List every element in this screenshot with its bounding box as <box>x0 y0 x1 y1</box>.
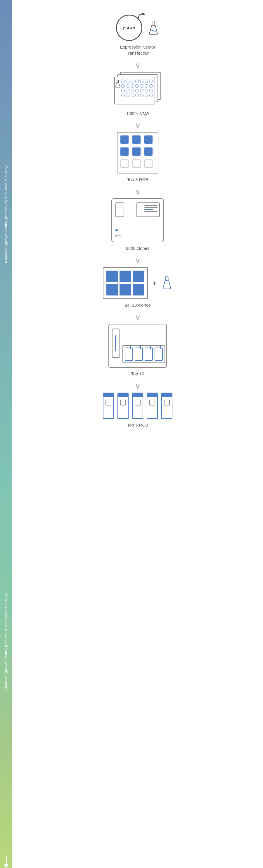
screen-line-3 <box>144 211 158 212</box>
plus-sign: + <box>153 279 157 287</box>
rcb-tube-cap <box>132 393 143 397</box>
grid-cell-blue <box>132 148 140 156</box>
grid-cell-blue <box>121 148 129 156</box>
device-slot <box>116 235 121 237</box>
sidebar-week2-label: 7 weeks / (growth profile, productivity … <box>3 590 9 694</box>
plate-stack <box>114 72 161 107</box>
plasmid-curved-arrow-icon <box>137 12 146 21</box>
flask-icon <box>147 21 159 35</box>
rcb-tube-5 <box>161 393 172 419</box>
rcb-tube-cap <box>147 393 158 397</box>
svg-marker-0 <box>141 12 145 14</box>
step-24-28-label: 24~28 clones <box>125 302 151 308</box>
main-content: pSBL9 Expression Vector Transfection ∨ <box>12 0 263 868</box>
top10-shelf <box>123 345 165 363</box>
step-expression-vector: pSBL9 Expression Vector Transfection <box>116 9 159 56</box>
grid-cell-empty <box>144 159 153 167</box>
arrow-1: ∨ <box>135 61 141 70</box>
device-6800 <box>111 198 164 242</box>
top10-bottle-4 <box>155 347 163 361</box>
svg-rect-5 <box>166 276 168 281</box>
grid-cell-blue <box>120 271 131 282</box>
plasmid-text: pSBL9 <box>123 26 135 30</box>
rcb-tube-1 <box>103 393 114 419</box>
step-top5-rcb: Top 5 RCB <box>103 393 172 428</box>
big-blue-grid <box>103 267 148 299</box>
rcb-tube-window <box>135 400 140 405</box>
grid-cell-blue <box>120 284 131 296</box>
svg-rect-3 <box>117 80 119 83</box>
screen-line-1 <box>144 205 158 206</box>
grid-cell-blue <box>133 284 144 296</box>
step-top10-label: Top 10 <box>131 371 144 377</box>
top10-left-section <box>112 328 120 358</box>
grid-cell-blue <box>106 271 118 282</box>
step-6800-label: 6800 clones <box>126 245 150 251</box>
step-6800-clones: 6800 clones <box>111 198 164 251</box>
top10-device <box>108 324 167 368</box>
top10-bottle-3 <box>145 347 153 361</box>
top10-tube-fill-inner <box>115 335 116 351</box>
grid-cell-blue <box>133 271 144 282</box>
grid-cell-blue <box>106 284 118 296</box>
rcb-tube-3 <box>132 393 143 419</box>
top10-bottle-2 <box>135 347 143 361</box>
grid-cell-empty <box>121 159 129 167</box>
clones-flask-icon <box>161 276 172 290</box>
plasmid-flask-container: pSBL9 <box>116 14 159 41</box>
arrow-5: ∨ <box>135 313 141 321</box>
top10-right-section <box>123 328 165 364</box>
step-top3-rcb: Top 3 RCB <box>117 132 158 183</box>
plate-flask-icon <box>115 79 121 90</box>
grid-cell-blue <box>132 135 140 144</box>
step-24-28-clones: + 24~28 clones <box>103 267 172 308</box>
top10-main-tube <box>112 329 120 358</box>
rcb-tube-2 <box>118 393 129 419</box>
sidebar-arrow <box>3 856 9 868</box>
rcb-tube-window <box>105 400 111 405</box>
arrow-6: ∨ <box>135 382 141 390</box>
top10-bottle-1 <box>125 347 133 361</box>
rcb-tube-cap <box>161 393 172 397</box>
plasmid-wrapper: pSBL9 <box>116 14 142 41</box>
plate-front <box>114 76 155 104</box>
arrow-4: ∨ <box>135 256 141 265</box>
arrow-2: ∨ <box>135 121 141 130</box>
device-screen-lines <box>144 205 158 212</box>
sidebar-week2-section: 7 weeks / (growth profile, productivity … <box>3 428 9 857</box>
rcb-tube-window <box>120 400 126 405</box>
step-expression-vector-label: Expression Vector Transfection <box>120 44 156 56</box>
step-top5-rcb-label: Top 5 RCB <box>127 422 149 428</box>
step-titer-cqa: Titer + CQA <box>114 72 161 116</box>
grid-cell-blue <box>144 135 153 144</box>
step-top3-rcb-label: Top 3 RCB <box>127 177 149 183</box>
rcb-tube-cap <box>118 393 129 397</box>
tubes-row <box>103 393 172 419</box>
top3-rcb-grid <box>117 132 158 174</box>
step-titer-cqa-label: Titer + CQA <box>126 110 149 116</box>
rcb-tube-4 <box>147 393 158 419</box>
clones-row: + <box>103 267 172 299</box>
screen-line-2 <box>144 207 158 208</box>
sidebar-week1-section: 6 weeks / (growth profile, productivity … <box>3 0 9 428</box>
device-screen <box>136 203 160 217</box>
arrow-3: ∨ <box>135 188 141 196</box>
grid-cell-empty <box>132 159 140 167</box>
rcb-tube-window <box>164 400 170 405</box>
sidebar: 6 weeks / (growth profile, productivity … <box>0 0 12 868</box>
rcb-tube-cap <box>103 393 114 397</box>
grid-cell-blue <box>144 148 153 156</box>
device-left-box <box>116 203 124 217</box>
svg-rect-1 <box>152 21 155 26</box>
step-top10: Top 10 <box>108 324 167 377</box>
device-knob <box>116 229 118 231</box>
grid-cell-blue <box>121 135 129 144</box>
rcb-tube-window <box>149 400 155 405</box>
sidebar-week1-label: 6 weeks / (growth profile, productivity … <box>3 162 9 266</box>
screen-line-blue <box>144 209 153 210</box>
